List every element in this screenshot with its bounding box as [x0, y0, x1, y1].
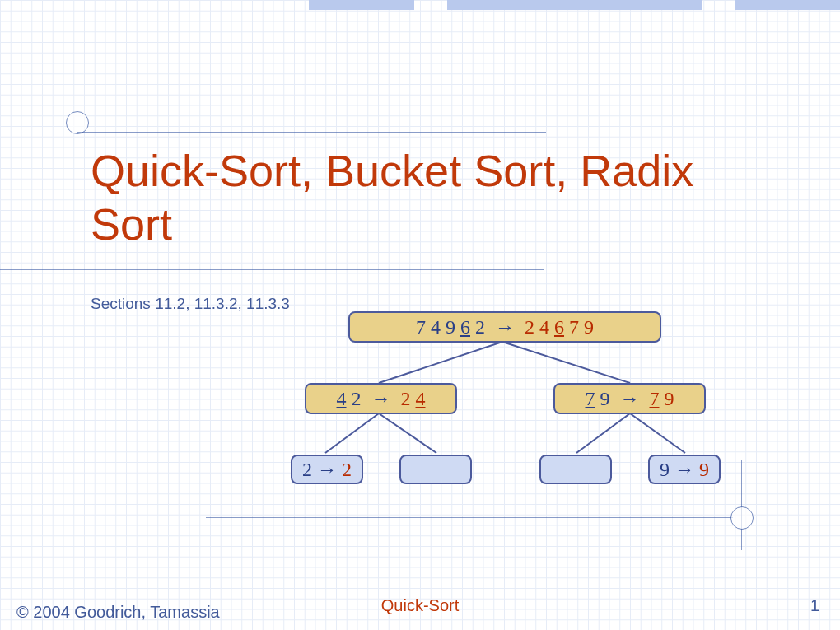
arrow-icon: → — [371, 388, 391, 410]
arrow-icon: → — [620, 388, 640, 410]
arrow-icon: → — [495, 316, 515, 338]
deco-vertical-line-2 — [741, 460, 742, 550]
tree-node-root: 7 4 9 6 2 → 2 4 6 7 9 — [348, 311, 661, 343]
arrow-icon: → — [317, 459, 337, 481]
deco-circle-bottom-right — [730, 506, 754, 530]
tree-node-leaf-3-empty — [539, 455, 612, 484]
tree-node-leaf-2-empty — [399, 455, 472, 484]
footer-page-number: 1 — [810, 596, 819, 615]
deco-vertical-line-1 — [77, 70, 77, 288]
tree-node-leaf-1: 2 → 2 — [291, 455, 363, 484]
footer-title: Quick-Sort — [0, 596, 840, 615]
arrow-icon: → — [674, 459, 694, 481]
deco-hline-1 — [77, 132, 546, 133]
tree-node-leaf-4: 9 → 9 — [648, 455, 721, 484]
deco-circle-top-left — [66, 111, 89, 134]
deco-hline-3 — [206, 517, 733, 518]
slide-title: Quick-Sort, Bucket Sort, Radix Sort — [91, 144, 749, 251]
tree-node-left: 4 2 → 2 4 — [305, 383, 457, 414]
sections-label: Sections 11.2, 11.3.2, 11.3.3 — [91, 295, 290, 313]
deco-hline-2 — [0, 269, 544, 270]
tree-node-right: 7 9 → 7 9 — [553, 383, 706, 414]
top-decorative-bars — [309, 0, 840, 10]
